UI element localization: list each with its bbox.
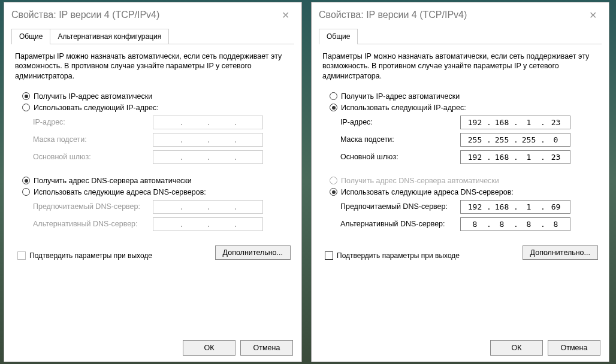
tabs: Общие Альтернативная конфигурация <box>11 29 294 44</box>
close-icon[interactable]: ✕ <box>277 8 294 22</box>
tabs: Общие <box>319 29 602 44</box>
titlebar: Свойства: IP версии 4 (TCP/IPv4) ✕ <box>312 2 609 26</box>
radio-icon <box>330 188 337 196</box>
advanced-button[interactable]: Дополнительно... <box>215 245 291 260</box>
ip-address-input[interactable]: 192. 168. 1. 23 <box>460 116 570 129</box>
gateway-input: . . . <box>153 150 263 164</box>
tab-general[interactable]: Общие <box>319 29 358 44</box>
ipv4-properties-dialog-right: Свойства: IP версии 4 (TCP/IPv4) ✕ Общие… <box>311 2 609 362</box>
title: Свойства: IP версии 4 (TCP/IPv4) <box>11 10 277 20</box>
radio-icon <box>330 177 337 184</box>
subnet-mask-input[interactable]: 255. 255. 255. 0 <box>460 133 570 147</box>
dialog-footer: ОК Отмена <box>4 332 301 362</box>
ipv4-properties-dialog-left: Свойства: IP версии 4 (TCP/IPv4) ✕ Общие… <box>4 2 302 362</box>
tab-alternate-config[interactable]: Альтернативная конфигурация <box>50 29 169 44</box>
cancel-button[interactable]: Отмена <box>548 340 600 356</box>
radio-icon <box>22 92 30 100</box>
ok-button[interactable]: ОК <box>490 340 543 356</box>
intro-text: Параметры IP можно назначать автоматичес… <box>322 51 598 81</box>
subnet-mask-row: Маска подсети: . . . <box>33 133 291 147</box>
dns-manual-radio[interactable]: Использовать следующие адреса DNS-сервер… <box>22 188 291 196</box>
cancel-button[interactable]: Отмена <box>240 340 293 356</box>
subnet-mask-row: Маска подсети: 255. 255. 255. 0 <box>340 133 598 147</box>
ok-button[interactable]: ОК <box>183 340 235 356</box>
gateway-row: Основной шлюз: 192. 168. 1. 23 <box>340 150 598 164</box>
radio-icon <box>330 92 337 100</box>
dns-manual-radio[interactable]: Использовать следующие адреса DNS-сервер… <box>330 188 598 196</box>
tab-general[interactable]: Общие <box>11 29 50 44</box>
alternate-dns-row: Альтернативный DNS-сервер: . . . <box>33 217 291 231</box>
ip-manual-radio[interactable]: Использовать следующий IP-адрес: <box>330 104 598 112</box>
ip-address-row: IP-адрес: 192. 168. 1. 23 <box>340 116 598 129</box>
radio-icon <box>22 188 30 196</box>
title: Свойства: IP версии 4 (TCP/IPv4) <box>319 10 584 20</box>
advanced-button[interactable]: Дополнительно... <box>523 245 598 260</box>
dns-auto-radio: Получить адрес DNS-сервера автоматически <box>330 177 598 185</box>
gateway-input[interactable]: 192. 168. 1. 23 <box>460 150 570 164</box>
ip-group: Получить IP-адрес автоматически Использо… <box>22 89 291 168</box>
gateway-row: Основной шлюз: . . . <box>33 150 291 164</box>
preferred-dns-input: . . . <box>153 200 263 214</box>
dns-auto-radio[interactable]: Получить адрес DNS-сервера автоматически <box>22 177 291 185</box>
ip-group: Получить IP-адрес автоматически Использо… <box>330 89 598 168</box>
subnet-mask-input: . . . <box>153 133 263 147</box>
ip-manual-radio[interactable]: Использовать следующий IP-адрес: <box>22 104 291 112</box>
ip-auto-radio[interactable]: Получить IP-адрес автоматически <box>22 92 291 101</box>
preferred-dns-row: Предпочитаемый DNS-сервер: . . . <box>33 200 291 214</box>
preferred-dns-input[interactable]: 192. 168. 1. 69 <box>460 200 570 214</box>
dns-group: Получить адрес DNS-сервера автоматически… <box>330 174 598 235</box>
alternate-dns-row: Альтернативный DNS-сервер: 8. 8. 8. 8 <box>340 217 598 231</box>
radio-icon <box>22 177 30 184</box>
dialog-footer: ОК Отмена <box>312 332 609 362</box>
radio-icon <box>22 104 30 111</box>
radio-icon <box>330 104 337 111</box>
close-icon[interactable]: ✕ <box>584 8 602 22</box>
titlebar: Свойства: IP версии 4 (TCP/IPv4) ✕ <box>4 2 301 26</box>
alternate-dns-input: . . . <box>153 217 263 231</box>
ip-auto-radio[interactable]: Получить IP-адрес автоматически <box>330 92 598 101</box>
preferred-dns-row: Предпочитаемый DNS-сервер: 192. 168. 1. … <box>340 200 598 214</box>
ip-address-input: . . . <box>153 116 263 129</box>
alternate-dns-input[interactable]: 8. 8. 8. 8 <box>460 217 570 231</box>
intro-text: Параметры IP можно назначать автоматичес… <box>15 51 291 81</box>
ip-address-row: IP-адрес: . . . <box>33 116 291 129</box>
dns-group: Получить адрес DNS-сервера автоматически… <box>22 174 291 235</box>
